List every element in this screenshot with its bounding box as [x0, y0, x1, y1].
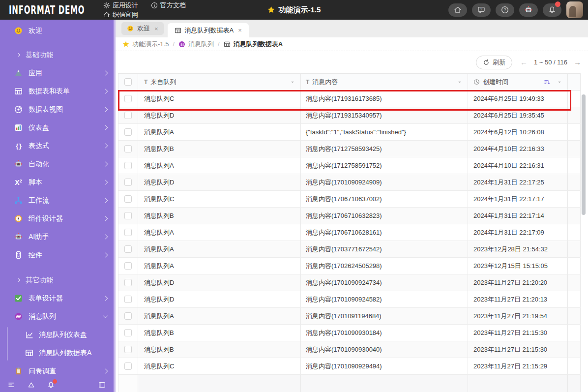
cell-queue: 消息队列B	[138, 141, 301, 157]
user-avatar[interactable]	[566, 1, 583, 18]
data-table: T 来自队列 T 消息内容 创建时间	[118, 73, 588, 392]
sidebar-item-table-views[interactable]: 数据表视图	[0, 100, 116, 119]
app-title: 功能演示-1.5	[267, 5, 321, 15]
column-header-queue[interactable]: T 来自队列	[138, 74, 301, 90]
cell-content: 消息内容(1701090924582)	[301, 291, 468, 307]
prev-page-button[interactable]: ←	[520, 58, 528, 66]
sidebar-item-form-designer[interactable]: 表单设计器	[0, 289, 116, 307]
chevron-down-icon[interactable]	[457, 79, 463, 85]
sidebar-item-mq-dashboard[interactable]: 消息队列仪表盘	[0, 326, 116, 344]
cell-filler	[568, 141, 581, 157]
table-row[interactable]: 消息队列C 消息内容(1706710637002) 2024年1月31日 22:…	[118, 191, 581, 208]
cell-queue: 消息队列A	[138, 241, 301, 257]
row-checkbox[interactable]	[124, 262, 132, 270]
chevron-right-icon	[104, 126, 107, 129]
cell-time: 2024年1月31日 22:17:25	[468, 174, 568, 190]
close-icon[interactable]: ×	[238, 27, 242, 34]
sidebar-item-scripts[interactable]: X2 脚本	[0, 173, 116, 191]
sidebar-section-other[interactable]: 其它功能	[0, 271, 116, 289]
menu-app-design[interactable]: 应用设计	[103, 1, 138, 10]
row-checkbox[interactable]	[124, 362, 132, 370]
table-row[interactable]: 消息队列B 消息内容(1706710632823) 2024年1月31日 22:…	[118, 208, 581, 224]
row-checkbox[interactable]	[124, 296, 132, 303]
table-row[interactable]: 消息队列D 消息内容(1719315340957) 2024年6月25日 19:…	[118, 107, 581, 124]
empty-row[interactable]	[118, 375, 581, 392]
sidebar-item-tables-forms[interactable]: 数据表和表单	[0, 82, 116, 100]
sidebar-item-expressions[interactable]: { } 表达式	[0, 137, 116, 155]
sidebar-item-ai-assistant[interactable]: AI助手	[0, 228, 116, 246]
menu-official-site[interactable]: 织信官网	[103, 10, 138, 19]
bell-icon[interactable]	[47, 381, 55, 389]
help-button[interactable]	[496, 3, 514, 17]
sidebar-item-welcome[interactable]: 欢迎	[0, 22, 116, 40]
table-row[interactable]: 消息队列A 消息内容(1701091194684) 2023年11月27日 21…	[118, 308, 581, 325]
tab-welcome[interactable]: 欢迎 ×	[121, 22, 164, 35]
sort-descending-icon[interactable]	[544, 79, 551, 86]
tab-mq-table-a[interactable]: 消息队列数据表A ×	[168, 23, 249, 37]
row-checkbox[interactable]	[124, 162, 132, 169]
row-checkbox[interactable]	[124, 212, 132, 219]
feedback-button[interactable]	[472, 3, 491, 17]
row-checkbox[interactable]	[124, 112, 132, 119]
sidebar-item-dashboards[interactable]: 仪表盘	[0, 119, 116, 137]
sidebar-scrollbar[interactable]	[114, 20, 116, 392]
row-checkbox[interactable]	[124, 229, 132, 236]
table-row[interactable]: 消息队列A 消息内容(1712758591752) 2024年4月10日 22:…	[118, 157, 581, 174]
next-page-button[interactable]: →	[574, 58, 581, 66]
sidebar-item-automation[interactable]: 自动化	[0, 155, 116, 173]
row-checkbox[interactable]	[124, 179, 132, 186]
table-row[interactable]: 消息队列A 消息内容(1703771672542) 2023年12月28日 21…	[118, 241, 581, 258]
row-checkbox[interactable]	[124, 312, 132, 320]
sidebar-item-apps[interactable]: 应用	[0, 64, 116, 82]
menu-official-docs[interactable]: 官方文档	[151, 1, 186, 10]
home-button[interactable]	[448, 3, 467, 17]
table-row[interactable]: 消息队列C 消息内容(1719316173685) 2024年6月25日 19:…	[118, 90, 581, 107]
table-row[interactable]: 消息队列A {"taskId":"1","taskStatus":"finish…	[118, 124, 581, 141]
sidebar-item-label: 消息队列	[29, 312, 56, 321]
table-row[interactable]: 消息队列C 消息内容(1701090929494) 2023年11月27日 21…	[118, 358, 581, 375]
row-checkbox[interactable]	[124, 279, 132, 286]
close-icon[interactable]: ×	[154, 25, 158, 32]
table-row[interactable]: 消息队列B 消息内容(1701090930184) 2023年11月27日 21…	[118, 325, 581, 341]
row-checkbox[interactable]	[124, 145, 132, 152]
breadcrumb-item-app[interactable]: 功能演示-1.5	[122, 40, 169, 49]
sidebar-item-workflow[interactable]: 工作流	[0, 191, 116, 210]
sidebar-item-label: 组件设计器	[29, 214, 63, 223]
row-checkbox[interactable]	[124, 245, 132, 253]
row-checkbox[interactable]	[124, 95, 132, 102]
mountain-icon	[14, 69, 23, 77]
cell-filler	[568, 90, 581, 107]
sidebar-item-widgets[interactable]: 控件	[0, 246, 116, 264]
table-row[interactable]: 消息队列D 消息内容(1701090924734) 2023年11月27日 21…	[118, 274, 581, 291]
row-checkbox[interactable]	[124, 195, 132, 203]
column-header-time[interactable]: 创建时间	[468, 74, 568, 90]
table-row[interactable]: 消息队列D 消息内容(1701090924909) 2024年1月31日 22:…	[118, 174, 581, 191]
assistant-button[interactable]	[519, 3, 538, 17]
row-checkbox[interactable]	[124, 128, 132, 136]
column-header-content[interactable]: T 消息内容	[301, 74, 468, 90]
sidebar-item-mq-table-a[interactable]: 消息队列数据表A	[0, 344, 116, 362]
collapse-panel-icon[interactable]	[98, 381, 106, 389]
cell-time: 2024年1月31日 22:17:17	[468, 191, 568, 207]
chevron-down-icon[interactable]	[557, 79, 562, 85]
row-checkbox-cell	[118, 358, 138, 374]
select-all-checkbox[interactable]	[124, 78, 132, 86]
table-row[interactable]: 消息队列A 消息内容(1706710628161) 2024年1月31日 22:…	[118, 224, 581, 241]
menu-lines-icon[interactable]	[8, 381, 15, 389]
sidebar-item-component-designer[interactable]: 组件设计器	[0, 210, 116, 228]
table-row[interactable]: 消息队列B 消息内容(1712758593425) 2024年4月10日 22:…	[118, 141, 581, 157]
table-row[interactable]: 消息队列D 消息内容(1701090924582) 2023年11月27日 21…	[118, 291, 581, 308]
notifications-button[interactable]	[543, 3, 561, 17]
sidebar-section-basic[interactable]: 基础功能	[0, 46, 116, 64]
vertical-scrollbar[interactable]	[582, 94, 586, 215]
breadcrumb-item-queue[interactable]: 消息队列	[178, 40, 214, 49]
chevron-down-icon[interactable]	[290, 79, 295, 85]
cell-filler	[568, 358, 581, 374]
triangle-icon[interactable]	[28, 381, 35, 389]
refresh-button[interactable]: 刷新	[476, 56, 512, 69]
sidebar-item-message-queue[interactable]: 消息队列	[0, 307, 116, 326]
table-row[interactable]: 消息队列A 消息内容(1702624505298) 2023年12月15日 15…	[118, 258, 581, 274]
row-checkbox[interactable]	[124, 329, 132, 336]
row-checkbox[interactable]	[124, 346, 132, 353]
table-row[interactable]: 消息队列B 消息内容(1701090930040) 2023年11月27日 21…	[118, 341, 581, 358]
